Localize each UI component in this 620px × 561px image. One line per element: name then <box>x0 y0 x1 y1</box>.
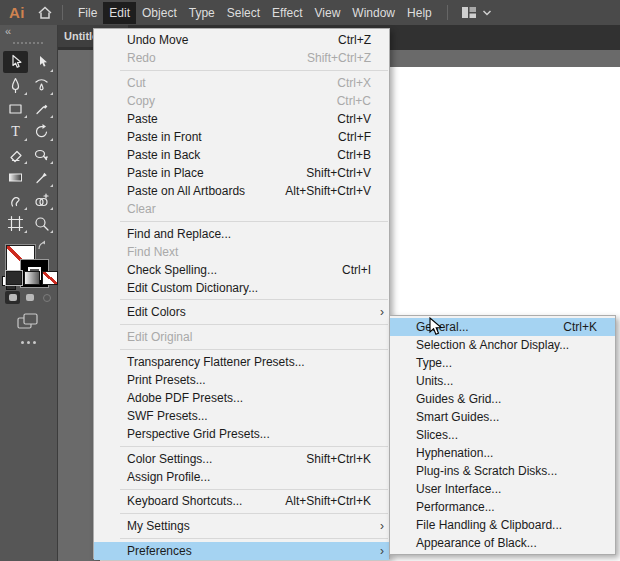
panel-grip[interactable] <box>13 42 43 44</box>
menu-item-my-settings[interactable]: My Settings <box>94 517 389 535</box>
direct-selection-tool[interactable] <box>29 51 54 73</box>
workspace-switcher-icon[interactable] <box>461 6 477 19</box>
menu-item-selection-anchor-display[interactable]: Selection & Anchor Display... <box>390 336 615 354</box>
more-tools-icon[interactable] <box>0 341 57 344</box>
menu-item-label: Adobe PDF Presets... <box>127 391 371 405</box>
menu-item-shortcut: Ctrl+Z <box>338 33 371 47</box>
menubar-item-type[interactable]: Type <box>183 2 221 24</box>
menu-item-hyphenation[interactable]: Hyphenation... <box>390 444 615 462</box>
gradient-tool[interactable] <box>3 166 28 188</box>
menu-item-keyboard-shortcuts[interactable]: Keyboard Shortcuts...Alt+Shift+Ctrl+K <box>94 492 389 510</box>
eraser-tool[interactable] <box>3 143 28 165</box>
menu-item-label: Perspective Grid Presets... <box>127 427 371 441</box>
shape-builder-tool[interactable] <box>29 189 54 211</box>
menu-item-check-spelling[interactable]: Check Spelling...Ctrl+I <box>94 261 389 279</box>
shaper-tool[interactable] <box>29 143 54 165</box>
zoom-tool[interactable] <box>29 212 54 234</box>
none-button[interactable] <box>42 271 58 285</box>
menu-item-redo[interactable]: RedoShift+Ctrl+Z <box>94 49 389 67</box>
menubar-item-effect[interactable]: Effect <box>266 2 308 24</box>
menu-item-edit-original[interactable]: Edit Original <box>94 328 389 346</box>
menu-item-label: Smart Guides... <box>416 410 597 424</box>
type-tool[interactable]: T <box>3 120 28 142</box>
menu-item-label: Find Next <box>127 245 371 259</box>
flyout-triangle-icon <box>50 138 53 141</box>
menu-item-swf-presets[interactable]: SWF Presets... <box>94 407 389 425</box>
menu-item-paste-in-front[interactable]: Paste in FrontCtrl+F <box>94 128 389 146</box>
menu-item-shortcut: Ctrl+V <box>337 112 371 126</box>
menu-item-paste[interactable]: PasteCtrl+V <box>94 110 389 128</box>
menu-item-label: Slices... <box>416 428 597 442</box>
draw-behind-button[interactable] <box>22 291 37 304</box>
menu-item-performance[interactable]: Performance... <box>390 498 615 516</box>
menubar-item-view[interactable]: View <box>309 2 347 24</box>
menubar-item-file[interactable]: File <box>72 2 103 24</box>
rotate-tool[interactable] <box>29 120 54 142</box>
home-icon[interactable] <box>37 5 53 20</box>
menu-item-general[interactable]: General...Ctrl+K <box>390 318 615 336</box>
selection-tool[interactable] <box>3 51 28 73</box>
menu-item-edit-colors[interactable]: Edit Colors <box>94 303 389 321</box>
menubar-item-select[interactable]: Select <box>221 2 266 24</box>
menubar-item-help[interactable]: Help <box>401 2 438 24</box>
color-button[interactable] <box>6 271 22 285</box>
menu-item-label: Hyphenation... <box>416 446 597 460</box>
menu-item-file-handling-clipboard[interactable]: File Handling & Clipboard... <box>390 516 615 534</box>
eyedropper-tool[interactable] <box>29 166 54 188</box>
menu-item-copy[interactable]: CopyCtrl+C <box>94 92 389 110</box>
tools-grid: T <box>3 51 54 235</box>
flyout-triangle-icon <box>50 161 53 164</box>
menu-item-label: Redo <box>127 51 307 65</box>
mouse-cursor <box>429 317 443 336</box>
menu-item-paste-in-place[interactable]: Paste in PlaceShift+Ctrl+V <box>94 164 389 182</box>
menu-item-paste-on-all-artboards[interactable]: Paste on All ArtboardsAlt+Shift+Ctrl+V <box>94 182 389 200</box>
menu-item-appearance-of-black[interactable]: Appearance of Black... <box>390 534 615 552</box>
menu-item-cut[interactable]: CutCtrl+X <box>94 74 389 92</box>
menu-separator <box>120 299 388 300</box>
menu-separator <box>120 513 388 514</box>
menu-item-transparency-flattener-presets[interactable]: Transparency Flattener Presets... <box>94 353 389 371</box>
artboard-tool[interactable] <box>3 212 28 234</box>
hand-tool[interactable] <box>3 189 28 211</box>
menu-item-paste-in-back[interactable]: Paste in BackCtrl+B <box>94 146 389 164</box>
menu-item-smart-guides[interactable]: Smart Guides... <box>390 408 615 426</box>
paint-attribute-row <box>6 271 58 285</box>
menu-item-guides-grid[interactable]: Guides & Grid... <box>390 390 615 408</box>
gradient-button[interactable] <box>24 271 40 285</box>
menu-item-clear[interactable]: Clear <box>94 200 389 218</box>
screen-mode-button[interactable] <box>17 313 39 334</box>
menubar-item-edit[interactable]: Edit <box>103 2 136 24</box>
rectangle-tool[interactable] <box>3 97 28 119</box>
menubar-item-object[interactable]: Object <box>136 2 183 24</box>
draw-inside-button[interactable] <box>39 291 54 304</box>
chevron-down-icon[interactable] <box>482 9 492 17</box>
menu-item-adobe-pdf-presets[interactable]: Adobe PDF Presets... <box>94 389 389 407</box>
paintbrush-tool[interactable] <box>29 97 54 119</box>
draw-normal-button[interactable] <box>5 291 20 304</box>
menu-separator <box>120 446 388 447</box>
menu-item-units[interactable]: Units... <box>390 372 615 390</box>
menu-item-type[interactable]: Type... <box>390 354 615 372</box>
menu-item-plug-ins-scratch-disks[interactable]: Plug-ins & Scratch Disks... <box>390 462 615 480</box>
menu-item-find-and-replace[interactable]: Find and Replace... <box>94 225 389 243</box>
menu-item-edit-custom-dictionary[interactable]: Edit Custom Dictionary... <box>94 279 389 297</box>
menu-item-find-next[interactable]: Find Next <box>94 243 389 261</box>
flyout-triangle-icon <box>50 184 53 187</box>
menu-item-preferences[interactable]: Preferences <box>94 542 389 560</box>
menu-item-label: Paste in Front <box>127 130 338 144</box>
curvature-tool[interactable] <box>29 74 54 96</box>
menu-item-slices[interactable]: Slices... <box>390 426 615 444</box>
menubar-items: FileEditObjectTypeSelectEffectViewWindow… <box>72 0 438 25</box>
menu-item-color-settings[interactable]: Color Settings...Shift+Ctrl+K <box>94 450 389 468</box>
pen-tool[interactable] <box>3 74 28 96</box>
menu-item-user-interface[interactable]: User Interface... <box>390 480 615 498</box>
menubar-item-window[interactable]: Window <box>346 2 401 24</box>
menu-item-perspective-grid-presets[interactable]: Perspective Grid Presets... <box>94 425 389 443</box>
menu-item-print-presets[interactable]: Print Presets... <box>94 371 389 389</box>
collapse-panel-icon[interactable]: « <box>5 25 11 37</box>
menu-item-assign-profile[interactable]: Assign Profile... <box>94 468 389 486</box>
swap-fill-stroke-icon[interactable] <box>37 237 48 255</box>
menu-item-shortcut: Ctrl+X <box>337 76 371 90</box>
menu-item-undo-move[interactable]: Undo MoveCtrl+Z <box>94 31 389 49</box>
submenu-arrow-icon <box>374 542 384 561</box>
